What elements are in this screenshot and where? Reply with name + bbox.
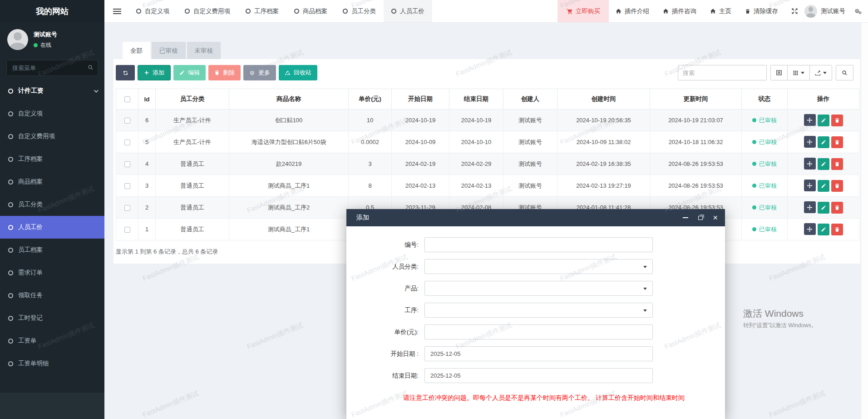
menu-search-input[interactable]: [6, 60, 98, 76]
sidebar-group-piecework[interactable]: 计件工资: [0, 80, 104, 102]
navbar-username[interactable]: 测试账号: [821, 7, 845, 15]
row-move-button[interactable]: [804, 114, 816, 126]
buy-now-button[interactable]: 立即购买: [557, 0, 609, 22]
add-button[interactable]: 添加: [138, 65, 171, 80]
modal-field-4[interactable]: [424, 324, 653, 339]
filter-tab-1[interactable]: 已审核: [152, 42, 186, 60]
nav-tab-0[interactable]: 自定义项: [128, 0, 177, 22]
modal-field-1[interactable]: [424, 259, 653, 274]
navbar-right: 立即购买 插件介绍插件咨询主页清除缓存 测试账号: [557, 0, 868, 22]
row-checkbox[interactable]: [124, 227, 130, 233]
fullscreen-button[interactable]: [785, 0, 804, 22]
row-move-button[interactable]: [804, 136, 816, 148]
row-move-button[interactable]: [804, 201, 816, 213]
sidebar-item-11[interactable]: 工资单明细: [0, 352, 104, 375]
recycle-bin-button[interactable]: 回收站: [279, 65, 317, 80]
scrollbar-track[interactable]: [861, 23, 868, 419]
nav-link-3[interactable]: 清除缓存: [738, 0, 785, 22]
nav-tab-4[interactable]: 员工分类: [335, 0, 384, 22]
settings-button[interactable]: [848, 0, 868, 22]
row-move-button[interactable]: [804, 180, 816, 191]
row-edit-button[interactable]: [818, 158, 829, 170]
refresh-button[interactable]: [116, 65, 135, 80]
more-button[interactable]: 更多: [243, 65, 276, 80]
table-row: 6生产员工-计件创口贴100102024-10-192024-10-19测试账号…: [116, 110, 859, 131]
sidebar-item-7[interactable]: 需求订单: [0, 261, 104, 284]
nav-link-0[interactable]: 插件介绍: [609, 0, 656, 22]
column-header: 更新时间: [650, 89, 742, 110]
dialog-header[interactable]: 添加: [346, 209, 725, 226]
row-checkbox[interactable]: [124, 140, 130, 145]
row-edit-button[interactable]: [818, 224, 829, 235]
sidebar-item-label: 工时登记: [18, 314, 43, 322]
row-move-button[interactable]: [804, 158, 816, 170]
close-icon[interactable]: [713, 214, 718, 222]
delete-button[interactable]: 删除: [208, 65, 241, 80]
row-delete-button[interactable]: [831, 180, 843, 192]
maximize-icon[interactable]: [698, 216, 703, 220]
cell-start: 2024-02-13: [392, 175, 449, 197]
row-delete-button[interactable]: [831, 202, 843, 214]
sidebar-item-2[interactable]: 工序档案: [0, 148, 104, 170]
sidebar-item-8[interactable]: 领取任务: [0, 284, 104, 307]
cell-end: 2024-10-19: [449, 110, 503, 131]
nav-tab-3[interactable]: 商品档案: [286, 0, 335, 22]
sidebar-item-3[interactable]: 商品档案: [0, 170, 104, 193]
price-conflict-warning: 请注意工价冲突的问题。即每个人员是不是再某个时间有两个工价。 计算工价含开始时间…: [346, 394, 725, 402]
sidebar-item-9[interactable]: 工时登记: [0, 307, 104, 329]
nav-tab-2[interactable]: 工序档案: [238, 0, 286, 22]
circle-icon: [8, 248, 13, 253]
row-delete-button[interactable]: [831, 136, 843, 148]
row-checkbox[interactable]: [124, 161, 130, 167]
pencil-icon: [179, 70, 185, 75]
row-checkbox[interactable]: [124, 118, 130, 124]
row-move-button[interactable]: [804, 223, 816, 235]
circle-icon: [8, 180, 13, 185]
modal-field-label: 编号:: [346, 241, 424, 249]
nav-tab-5[interactable]: 人员工价: [384, 0, 432, 22]
circle-icon: [8, 157, 13, 162]
sidebar-item-label: 员工分类: [18, 200, 43, 209]
row-delete-button[interactable]: [831, 158, 843, 170]
filter-tab-0[interactable]: 全部: [123, 42, 150, 60]
export-button[interactable]: [810, 65, 832, 80]
modal-field-5[interactable]: 2025-12-05: [424, 346, 653, 361]
menu-toggle-icon[interactable]: [113, 11, 121, 12]
column-header: 单价(元): [349, 89, 392, 110]
cogs-icon: [854, 8, 862, 15]
filter-tab-2[interactable]: 未审核: [187, 42, 221, 60]
columns-button[interactable]: [788, 65, 810, 80]
row-edit-button[interactable]: [818, 202, 829, 214]
sidebar-item-5[interactable]: 人员工价: [0, 216, 104, 239]
search-toggle-button[interactable]: [836, 65, 853, 80]
sidebar-item-10[interactable]: 工资单: [0, 329, 104, 352]
sidebar-item-0[interactable]: 自定义项: [0, 102, 104, 125]
modal-field-0[interactable]: [424, 237, 653, 252]
modal-field-2[interactable]: [424, 281, 653, 296]
row-checkbox[interactable]: [124, 183, 130, 189]
nav-tab-1[interactable]: 自定义费用项: [177, 0, 238, 22]
caret-down-icon: [801, 72, 804, 74]
minimize-icon[interactable]: [683, 217, 688, 218]
nav-tab-label: 自定义费用项: [193, 7, 230, 15]
row-checkbox[interactable]: [124, 205, 130, 211]
modal-field-3[interactable]: [424, 303, 653, 318]
sidebar-item-4[interactable]: 员工分类: [0, 193, 104, 216]
sidebar-item-6[interactable]: 员工档案: [0, 239, 104, 261]
sidebar-item-1[interactable]: 自定义费用项: [0, 125, 104, 148]
modal-field-6[interactable]: 2025-12-05: [424, 368, 653, 383]
table-search-input[interactable]: [678, 65, 767, 80]
nav-link-2[interactable]: 主页: [703, 0, 738, 22]
row-delete-button[interactable]: [831, 224, 843, 235]
row-edit-button[interactable]: [818, 136, 829, 148]
column-header: 创建人: [503, 89, 557, 110]
nav-link-1[interactable]: 插件咨询: [656, 0, 703, 22]
edit-button[interactable]: 编辑: [173, 65, 206, 80]
row-delete-button[interactable]: [831, 115, 843, 126]
plus-icon: [144, 70, 149, 75]
navbar-avatar[interactable]: [804, 5, 817, 18]
row-edit-button[interactable]: [818, 180, 829, 192]
row-edit-button[interactable]: [818, 115, 829, 126]
select-all-checkbox[interactable]: [124, 96, 130, 102]
list-view-button[interactable]: [770, 65, 788, 80]
